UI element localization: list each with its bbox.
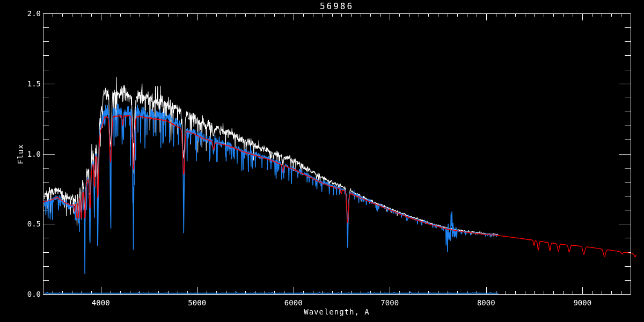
x-tick-label: 6000 [276,298,311,307]
y-tick-label: 0.5 [15,219,41,228]
y-tick-label: 0.0 [15,290,41,298]
spectrum-plot-canvas [0,0,644,322]
x-tick-label: 5000 [180,298,214,307]
chart-title: 56986 [43,1,631,11]
x-tick-label: 7000 [372,298,407,307]
x-tick-label: 9000 [565,298,599,307]
y-tick-label: 2.0 [15,9,41,18]
y-tick-label: 1.5 [15,79,41,88]
x-tick-label: 4000 [84,298,118,307]
spectrum-chart: 56986 Wavelength, A Flux 400050006000700… [0,0,644,322]
x-axis-label: Wavelength, A [43,308,631,316]
x-tick-label: 8000 [469,298,503,307]
y-tick-label: 1.0 [15,150,41,158]
